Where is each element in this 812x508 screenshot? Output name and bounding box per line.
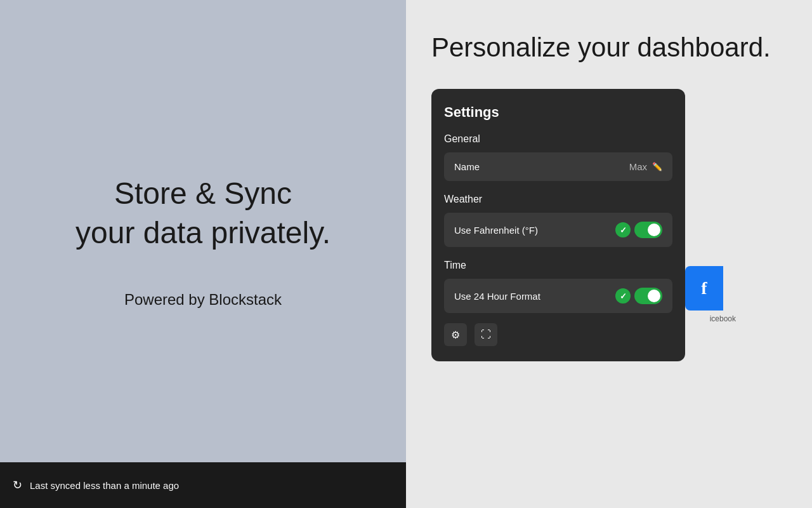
hour24-label: Use 24 Hour Format: [454, 291, 540, 302]
name-value-container: Max ✏️: [629, 161, 662, 172]
sync-bar: ↻ Last synced less than a minute ago: [0, 462, 406, 508]
hour24-toggle-container: ✓: [615, 288, 662, 304]
general-section-label: General: [444, 133, 672, 145]
fahrenheit-toggle-container: ✓: [615, 222, 662, 238]
time-section-label: Time: [444, 260, 672, 271]
name-value: Max: [629, 161, 647, 172]
fahrenheit-row: Use Fahrenheit (°F) ✓: [444, 213, 672, 247]
right-panel: Personalize your dashboard. Settings Gen…: [406, 0, 812, 508]
settings-expand-button[interactable]: ⛶: [475, 323, 497, 346]
name-label: Name: [454, 161, 480, 172]
name-row: Name Max ✏️: [444, 152, 672, 181]
hour24-row: Use 24 Hour Format ✓: [444, 279, 672, 313]
facebook-icon: f: [701, 278, 707, 298]
heading-line1: Store & Sync: [114, 177, 292, 210]
facebook-label: icebook: [710, 314, 736, 323]
hour24-toggle[interactable]: [634, 288, 662, 304]
settings-card: Settings General Name Max ✏️ Weather Use…: [431, 89, 685, 361]
right-heading: Personalize your dashboard.: [431, 32, 771, 64]
edit-icon[interactable]: ✏️: [652, 162, 662, 171]
hour24-check-icon: ✓: [615, 288, 631, 304]
settings-title: Settings: [444, 104, 672, 121]
fahrenheit-label: Use Fahrenheit (°F): [454, 225, 538, 236]
settings-toolbar: ⚙ ⛶: [444, 323, 672, 346]
sync-icon: ↻: [13, 478, 22, 492]
sync-text: Last synced less than a minute ago: [30, 480, 179, 491]
fahrenheit-check-icon: ✓: [615, 222, 631, 237]
main-heading: Store & Sync your data privately.: [75, 174, 331, 253]
settings-gear-button[interactable]: ⚙: [444, 323, 467, 346]
powered-by-text: Powered by Blockstack: [75, 291, 331, 309]
left-content: Store & Sync your data privately. Powere…: [75, 174, 331, 309]
fahrenheit-toggle[interactable]: [634, 222, 662, 238]
weather-section-label: Weather: [444, 194, 672, 205]
heading-line2: your data privately.: [75, 216, 331, 250]
left-panel: Store & Sync your data privately. Powere…: [0, 0, 406, 508]
facebook-overlay: f: [685, 266, 723, 311]
